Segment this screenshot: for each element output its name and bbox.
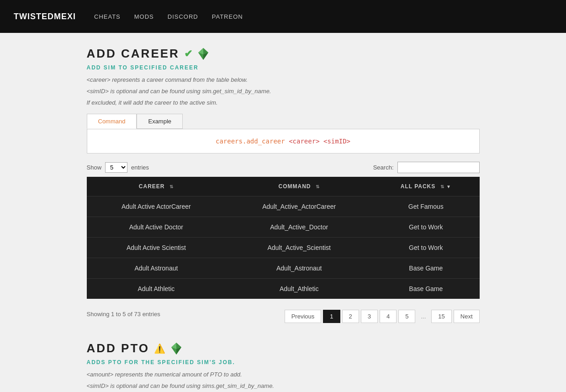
career-name: Adult Active Doctor (87, 217, 226, 238)
code-text: careers.add_career <career> <simID> (216, 138, 350, 145)
add-pto-title: ADD PTO ⚠️ (87, 341, 480, 355)
add-career-title: ADD CAREER ✔ (87, 47, 480, 61)
entries-select[interactable]: 5 10 25 50 (105, 162, 127, 173)
career-pack: Get Famous (372, 196, 479, 217)
career-command: Adult_Active_ActorCareer (226, 196, 372, 217)
navbar: TWISTEDMEXI CHEATS MODS DISCORD PATREON (0, 0, 566, 33)
col-career: CAREER ⇅ (87, 177, 226, 196)
sort-command-icon[interactable]: ⇅ (316, 184, 320, 189)
showing-text: Showing 1 to 5 of 73 entries (87, 311, 160, 318)
code-param2: <simID> (323, 138, 350, 145)
career-name: Adult Active ActorCareer (87, 196, 226, 217)
add-pto-desc-2: <simID> is optional and can be found usi… (87, 381, 480, 391)
main-content: ADD CAREER ✔ ADD SIM TO SPECIFIED CAREER… (78, 33, 489, 392)
search-input[interactable] (397, 162, 480, 173)
table-row: Adult Astronaut Adult_Astronaut Base Gam… (87, 258, 480, 279)
nav-discord[interactable]: DISCORD (168, 13, 198, 20)
career-pack: Get to Work (372, 238, 479, 258)
table-row: Adult Active Scientist Adult_Active_Scie… (87, 238, 480, 258)
career-command: Adult_Active_Doctor (226, 217, 372, 238)
add-pto-subtitle: ADDS PTO FOR THE SPECIFIED SIM'S JOB. (87, 359, 480, 366)
nav-patreon[interactable]: PATREON (212, 13, 243, 20)
warning-icon: ⚠️ (154, 343, 167, 354)
add-career-tabs: Command Example (87, 114, 480, 129)
career-command: Adult_Active_Scientist (226, 238, 372, 258)
code-box: careers.add_career <career> <simID> (87, 129, 480, 154)
show-entries: Show 5 10 25 50 entries (87, 162, 149, 173)
tab-command[interactable]: Command (87, 114, 137, 129)
nav-links: CHEATS MODS DISCORD PATREON (94, 13, 243, 20)
checkmark-icon: ✔ (184, 48, 194, 60)
career-name: Adult Athletic (87, 279, 226, 299)
entries-label: entries (131, 164, 149, 171)
page-2-button[interactable]: 2 (342, 310, 359, 323)
table-row: Adult Active Doctor Adult_Active_Doctor … (87, 217, 480, 238)
table-body: Adult Active ActorCareer Adult_Active_Ac… (87, 196, 480, 299)
career-pack: Base Game (372, 279, 479, 299)
add-career-title-text: ADD CAREER (87, 47, 180, 61)
career-name: Adult Astronaut (87, 258, 226, 279)
code-command: careers.add_career (216, 138, 285, 145)
add-career-desc-1: <career> represents a career command fro… (87, 75, 480, 85)
career-command: Adult_Athletic (226, 279, 372, 299)
col-command: COMMAND ⇅ (226, 177, 372, 196)
nav-mods[interactable]: MODS (134, 13, 154, 20)
career-name: Adult Active Scientist (87, 238, 226, 258)
table-row: Adult Active ActorCareer Adult_Active_Ac… (87, 196, 480, 217)
plumbob-icon (198, 48, 208, 60)
page-1-button[interactable]: 1 (323, 310, 340, 323)
code-param1: <career> (289, 138, 319, 145)
add-pto-desc-1: <amount> represents the numerical amount… (87, 370, 480, 380)
col-packs[interactable]: ALL PACKS ⇅ (372, 177, 479, 196)
sort-packs-icon[interactable]: ⇅ (440, 184, 444, 189)
career-pack: Get to Work (372, 217, 479, 238)
table-controls: Show 5 10 25 50 entries Search: (87, 162, 480, 173)
show-label: Show (87, 164, 102, 171)
page-4-button[interactable]: 4 (380, 310, 397, 323)
career-table: CAREER ⇅ COMMAND ⇅ ALL PACKS ⇅ Adult Act… (87, 177, 480, 299)
sort-career-icon[interactable]: ⇅ (169, 184, 174, 189)
search-box: Search: (373, 162, 480, 173)
add-pto-title-text: ADD PTO (87, 341, 150, 355)
search-label: Search: (373, 164, 394, 171)
add-pto-section: ADD PTO ⚠️ ADDS PTO FOR THE SPECIFIED SI… (87, 341, 480, 392)
table-header: CAREER ⇅ COMMAND ⇅ ALL PACKS ⇅ (87, 177, 480, 196)
pagination: Previous12345...15Next (285, 310, 480, 323)
prev-page-button[interactable]: Previous (285, 310, 322, 323)
brand-logo: TWISTEDMEXI (14, 12, 76, 21)
career-pack: Base Game (372, 258, 479, 279)
page-ellipsis: ... (417, 310, 429, 323)
page-3-button[interactable]: 3 (361, 310, 378, 323)
tab-example[interactable]: Example (137, 114, 183, 129)
nav-cheats[interactable]: CHEATS (94, 13, 121, 20)
add-career-desc-2: <simID> is optional and can be found usi… (87, 87, 480, 96)
add-career-desc-3: If excluded, it will add the career to t… (87, 98, 480, 108)
plumbob-icon-pto (171, 343, 181, 355)
career-command: Adult_Astronaut (226, 258, 372, 279)
page-15-button[interactable]: 15 (431, 310, 451, 323)
table-row: Adult Athletic Adult_Athletic Base Game (87, 279, 480, 299)
add-career-subtitle: ADD SIM TO SPECIFIED CAREER (87, 64, 480, 71)
next-page-button[interactable]: Next (454, 310, 480, 323)
page-5-button[interactable]: 5 (398, 310, 415, 323)
add-career-section: ADD CAREER ✔ ADD SIM TO SPECIFIED CAREER… (87, 47, 480, 323)
